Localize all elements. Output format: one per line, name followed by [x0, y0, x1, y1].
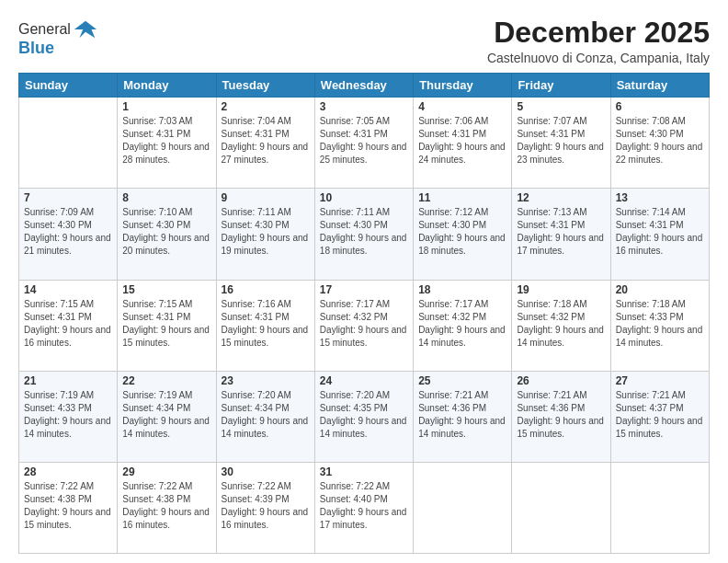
day-number: 17 [320, 283, 408, 296]
column-header-saturday: Saturday [610, 74, 709, 98]
day-info: Sunrise: 7:10 AMSunset: 4:30 PMDaylight:… [122, 206, 210, 258]
calendar-cell: 24Sunrise: 7:20 AMSunset: 4:35 PMDayligh… [314, 371, 413, 462]
calendar-week-row: 7Sunrise: 7:09 AMSunset: 4:30 PMDaylight… [19, 189, 710, 280]
day-number: 10 [320, 191, 408, 204]
calendar-cell: 29Sunrise: 7:22 AMSunset: 4:38 PMDayligh… [118, 462, 216, 553]
column-header-monday: Monday [118, 74, 216, 98]
column-header-sunday: Sunday [19, 74, 118, 98]
calendar-table: SundayMondayTuesdayWednesdayThursdayFrid… [18, 73, 710, 554]
day-info: Sunrise: 7:19 AMSunset: 4:34 PMDaylight:… [122, 389, 210, 441]
calendar-cell: 11Sunrise: 7:12 AMSunset: 4:30 PMDayligh… [414, 189, 512, 280]
day-number: 13 [616, 191, 704, 204]
day-info: Sunrise: 7:19 AMSunset: 4:33 PMDaylight:… [24, 389, 112, 441]
day-info: Sunrise: 7:14 AMSunset: 4:31 PMDaylight:… [616, 206, 704, 258]
calendar-week-row: 1Sunrise: 7:03 AMSunset: 4:31 PMDaylight… [19, 98, 710, 189]
location: Castelnuovo di Conza, Campania, Italy [487, 51, 710, 65]
calendar-week-row: 28Sunrise: 7:22 AMSunset: 4:38 PMDayligh… [19, 462, 710, 553]
day-info: Sunrise: 7:15 AMSunset: 4:31 PMDaylight:… [122, 298, 210, 350]
day-number: 31 [320, 465, 408, 478]
column-header-friday: Friday [512, 74, 610, 98]
day-info: Sunrise: 7:22 AMSunset: 4:39 PMDaylight:… [222, 480, 310, 532]
calendar-cell: 12Sunrise: 7:13 AMSunset: 4:31 PMDayligh… [512, 189, 610, 280]
day-info: Sunrise: 7:21 AMSunset: 4:36 PMDaylight:… [418, 389, 506, 441]
day-info: Sunrise: 7:04 AMSunset: 4:31 PMDaylight:… [222, 115, 310, 167]
calendar-cell: 19Sunrise: 7:18 AMSunset: 4:32 PMDayligh… [512, 280, 610, 371]
calendar-cell: 22Sunrise: 7:19 AMSunset: 4:34 PMDayligh… [118, 371, 216, 462]
day-number: 5 [517, 100, 605, 113]
calendar-cell: 9Sunrise: 7:11 AMSunset: 4:30 PMDaylight… [216, 189, 314, 280]
calendar-cell: 7Sunrise: 7:09 AMSunset: 4:30 PMDaylight… [19, 189, 118, 280]
day-number: 20 [616, 283, 704, 296]
day-number: 8 [122, 191, 210, 204]
calendar-cell: 5Sunrise: 7:07 AMSunset: 4:31 PMDaylight… [512, 98, 610, 189]
day-info: Sunrise: 7:17 AMSunset: 4:32 PMDaylight:… [418, 298, 506, 350]
day-number: 9 [222, 191, 310, 204]
day-number: 3 [320, 100, 408, 113]
column-header-tuesday: Tuesday [216, 74, 314, 98]
calendar-week-row: 14Sunrise: 7:15 AMSunset: 4:31 PMDayligh… [19, 280, 710, 371]
day-info: Sunrise: 7:22 AMSunset: 4:40 PMDaylight:… [320, 480, 408, 532]
calendar-cell [610, 462, 709, 553]
day-number: 23 [222, 374, 310, 387]
calendar-cell [19, 98, 118, 189]
logo-bird-icon [73, 17, 98, 42]
calendar-cell: 20Sunrise: 7:18 AMSunset: 4:33 PMDayligh… [610, 280, 709, 371]
day-info: Sunrise: 7:18 AMSunset: 4:32 PMDaylight:… [517, 298, 605, 350]
day-number: 29 [122, 465, 210, 478]
day-info: Sunrise: 7:22 AMSunset: 4:38 PMDaylight:… [24, 480, 112, 532]
calendar-cell: 18Sunrise: 7:17 AMSunset: 4:32 PMDayligh… [414, 280, 512, 371]
calendar-cell: 25Sunrise: 7:21 AMSunset: 4:36 PMDayligh… [414, 371, 512, 462]
day-info: Sunrise: 7:21 AMSunset: 4:36 PMDaylight:… [517, 389, 605, 441]
day-number: 18 [418, 283, 506, 296]
day-info: Sunrise: 7:07 AMSunset: 4:31 PMDaylight:… [517, 115, 605, 167]
day-info: Sunrise: 7:22 AMSunset: 4:38 PMDaylight:… [122, 480, 210, 532]
page: General Blue December 2025 Castelnuovo d… [0, 0, 728, 563]
day-number: 7 [24, 191, 112, 204]
day-info: Sunrise: 7:20 AMSunset: 4:35 PMDaylight:… [320, 389, 408, 441]
day-number: 27 [616, 374, 704, 387]
month-title: December 2025 [487, 17, 710, 49]
calendar-cell: 10Sunrise: 7:11 AMSunset: 4:30 PMDayligh… [314, 189, 413, 280]
day-number: 21 [24, 374, 112, 387]
day-info: Sunrise: 7:08 AMSunset: 4:30 PMDaylight:… [616, 115, 704, 167]
day-number: 24 [320, 374, 408, 387]
calendar-cell: 15Sunrise: 7:15 AMSunset: 4:31 PMDayligh… [118, 280, 216, 371]
calendar-cell: 30Sunrise: 7:22 AMSunset: 4:39 PMDayligh… [216, 462, 314, 553]
day-info: Sunrise: 7:11 AMSunset: 4:30 PMDaylight:… [222, 206, 310, 258]
day-number: 12 [517, 191, 605, 204]
calendar-cell: 31Sunrise: 7:22 AMSunset: 4:40 PMDayligh… [314, 462, 413, 553]
calendar-cell: 4Sunrise: 7:06 AMSunset: 4:31 PMDaylight… [414, 98, 512, 189]
calendar-cell: 2Sunrise: 7:04 AMSunset: 4:31 PMDaylight… [216, 98, 314, 189]
day-number: 15 [122, 283, 210, 296]
logo: General Blue [18, 17, 98, 58]
header-right: December 2025 Castelnuovo di Conza, Camp… [487, 17, 710, 65]
calendar-cell: 8Sunrise: 7:10 AMSunset: 4:30 PMDaylight… [118, 189, 216, 280]
day-info: Sunrise: 7:21 AMSunset: 4:37 PMDaylight:… [616, 389, 704, 441]
calendar-cell: 26Sunrise: 7:21 AMSunset: 4:36 PMDayligh… [512, 371, 610, 462]
calendar-cell: 3Sunrise: 7:05 AMSunset: 4:31 PMDaylight… [314, 98, 413, 189]
day-number: 2 [222, 100, 310, 113]
calendar-cell: 16Sunrise: 7:16 AMSunset: 4:31 PMDayligh… [216, 280, 314, 371]
day-info: Sunrise: 7:03 AMSunset: 4:31 PMDaylight:… [122, 115, 210, 167]
day-info: Sunrise: 7:11 AMSunset: 4:30 PMDaylight:… [320, 206, 408, 258]
day-number: 28 [24, 465, 112, 478]
column-header-thursday: Thursday [414, 74, 512, 98]
calendar-cell: 6Sunrise: 7:08 AMSunset: 4:30 PMDaylight… [610, 98, 709, 189]
day-number: 1 [122, 100, 210, 113]
calendar-cell: 28Sunrise: 7:22 AMSunset: 4:38 PMDayligh… [19, 462, 118, 553]
day-info: Sunrise: 7:13 AMSunset: 4:31 PMDaylight:… [517, 206, 605, 258]
day-info: Sunrise: 7:12 AMSunset: 4:30 PMDaylight:… [418, 206, 506, 258]
day-number: 22 [122, 374, 210, 387]
day-number: 6 [616, 100, 704, 113]
column-header-wednesday: Wednesday [314, 74, 413, 98]
calendar-cell [414, 462, 512, 553]
day-info: Sunrise: 7:06 AMSunset: 4:31 PMDaylight:… [418, 115, 506, 167]
day-info: Sunrise: 7:09 AMSunset: 4:30 PMDaylight:… [24, 206, 112, 258]
calendar-cell: 13Sunrise: 7:14 AMSunset: 4:31 PMDayligh… [610, 189, 709, 280]
day-number: 4 [418, 100, 506, 113]
day-info: Sunrise: 7:05 AMSunset: 4:31 PMDaylight:… [320, 115, 408, 167]
header: General Blue December 2025 Castelnuovo d… [18, 17, 710, 65]
day-number: 30 [222, 465, 310, 478]
day-number: 14 [24, 283, 112, 296]
calendar-cell: 21Sunrise: 7:19 AMSunset: 4:33 PMDayligh… [19, 371, 118, 462]
